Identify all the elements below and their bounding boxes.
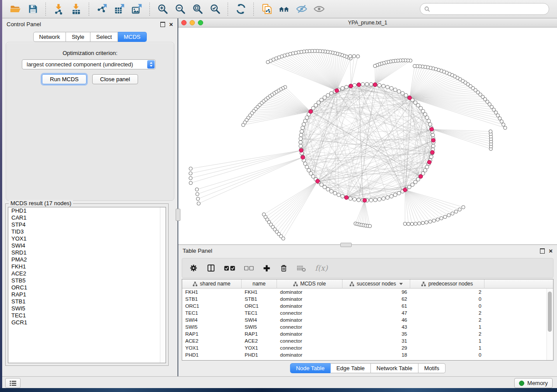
tab-network[interactable]: Network [33, 32, 66, 42]
criterion-dropdown[interactable]: largest connected component (undirected) [22, 59, 156, 69]
column-header-mcds-role[interactable]: MCDS role [277, 279, 343, 289]
table-scrollbar[interactable] [547, 289, 553, 360]
mcds-result-item[interactable]: CAR1 [8, 214, 166, 221]
save-session-button[interactable] [25, 2, 40, 17]
vertical-splitter-handle[interactable] [176, 209, 180, 221]
mcds-result-item[interactable]: FKH1 [8, 263, 166, 270]
mcds-result-item[interactable]: SRD1 [8, 249, 166, 256]
column-header-shared-name[interactable]: shared name [182, 279, 242, 289]
zoom-selected-button[interactable] [208, 2, 222, 17]
mcds-result-item[interactable]: SWI5 [8, 305, 166, 312]
table-row[interactable]: TEC1TEC1connector472 [182, 309, 547, 316]
plus-icon [263, 264, 271, 272]
mcds-result-item[interactable]: YOX1 [8, 235, 166, 242]
zoom-in-button[interactable] [155, 2, 170, 17]
table-cell [484, 316, 547, 323]
select-all-columns-button[interactable] [224, 265, 235, 272]
show-neighbors-button[interactable] [277, 2, 291, 17]
refresh-button[interactable] [233, 2, 248, 17]
table-row[interactable]: STB1STB1dominator620 [182, 296, 547, 303]
list-scrollbar-track[interactable] [160, 207, 166, 363]
close-panel-button[interactable]: Close panel [92, 74, 138, 84]
open-session-button[interactable] [8, 2, 23, 17]
mcds-result-item[interactable]: PMA2 [8, 256, 166, 263]
table-cell: YOX1 [182, 344, 242, 351]
table-settings-button[interactable] [189, 264, 198, 272]
zoom-fit-button[interactable] [190, 2, 205, 17]
tab-select[interactable]: Select [90, 32, 118, 42]
export-image-button[interactable] [129, 2, 144, 17]
close-panel-icon[interactable]: × [169, 22, 173, 27]
float-panel-icon[interactable] [160, 22, 165, 27]
tab-network-table[interactable]: Network Table [371, 363, 419, 373]
column-header-predecessor-nodes[interactable]: predecessor nodes [410, 279, 484, 289]
table-cell: ACE2 [242, 337, 277, 344]
mcds-result-item[interactable]: STP4 [8, 221, 166, 228]
table-row[interactable]: PHD1PHD1dominator180 [182, 351, 547, 358]
tab-mcds[interactable]: MCDS [118, 32, 146, 42]
table-row[interactable]: SWI4SWI4dominator462 [182, 316, 547, 323]
mcds-result-item[interactable]: TID3 [8, 228, 166, 235]
zoom-out-button[interactable] [173, 2, 187, 17]
mcds-result-item[interactable]: SWI4 [8, 242, 166, 249]
mcds-result-item[interactable]: PHD1 [8, 207, 166, 214]
split-columns-icon [207, 264, 215, 272]
mcds-result-item[interactable]: TEC1 [8, 312, 166, 319]
tab-edge-table[interactable]: Edge Table [331, 363, 371, 373]
table-row[interactable]: FKH1FKH1dominator962 [182, 289, 547, 296]
table-row[interactable]: SWI5SWI5connector431 [182, 323, 547, 330]
table-cell: 31 [343, 337, 410, 344]
hide-selected-button[interactable] [294, 2, 309, 17]
export-network-button[interactable] [94, 2, 109, 17]
mcds-result-item[interactable]: RAP1 [8, 291, 166, 298]
table-cell: YOX1 [242, 344, 277, 351]
table-cell: 47 [343, 309, 410, 316]
import-table-button[interactable] [69, 2, 83, 17]
network-window-titlebar[interactable]: YPA_prune.txt_1 [178, 18, 557, 28]
function-builder-button[interactable]: f(x) [315, 264, 328, 272]
tab-motifs[interactable]: Motifs [419, 363, 446, 373]
table-scrollbar-thumb[interactable] [548, 292, 552, 332]
delete-column-button[interactable] [280, 264, 288, 272]
close-panel-icon[interactable]: × [549, 249, 553, 253]
export-table-button[interactable] [112, 2, 127, 17]
mcds-result-item[interactable]: ORC1 [8, 284, 166, 291]
network-canvas[interactable] [178, 28, 557, 244]
table-cell: 96 [343, 289, 410, 296]
memory-button[interactable]: Memory [514, 378, 553, 388]
delete-table-button[interactable] [297, 264, 306, 272]
search-box[interactable] [420, 3, 549, 15]
table-row[interactable]: ORC1ORC1dominator610 [182, 303, 547, 309]
table-row[interactable]: YOX1YOX1connector291 [182, 344, 547, 351]
run-mcds-button[interactable]: Run MCDS [42, 74, 86, 84]
float-panel-icon[interactable] [540, 248, 545, 254]
zoom-fit-icon [192, 3, 204, 15]
mcds-result-list[interactable]: PHD1CAR1STP4TID3YOX1SWI4SRD1PMA2FKH1ACE2… [8, 207, 166, 363]
toolbar-separator [89, 3, 89, 16]
show-column-panel-button[interactable] [207, 264, 215, 272]
import-network-button[interactable] [51, 2, 66, 17]
clone-network-button[interactable] [259, 2, 274, 17]
column-header-successor-nodes[interactable]: successor nodes [343, 279, 410, 289]
table-cell: SWI4 [182, 316, 242, 323]
tab-style[interactable]: Style [66, 32, 90, 42]
table-cell: PHD1 [182, 351, 242, 358]
table-row[interactable]: RAP1RAP1dominator352 [182, 330, 547, 337]
deselect-all-columns-button[interactable] [244, 265, 254, 271]
search-input[interactable] [433, 6, 545, 13]
show-all-button[interactable] [311, 2, 326, 17]
table-cell: dominator [277, 351, 343, 358]
mcds-result-item[interactable]: STB1 [8, 298, 166, 305]
mcds-result-item[interactable]: ACE2 [8, 270, 166, 277]
task-history-button[interactable] [5, 378, 21, 388]
memory-status-icon [519, 381, 524, 386]
horizontal-splitter-handle[interactable] [340, 243, 352, 247]
mcds-result-item[interactable]: GCR1 [8, 319, 166, 326]
create-column-button[interactable] [263, 264, 271, 272]
toolbar-separator [253, 3, 254, 16]
mcds-result-item[interactable]: STB5 [8, 277, 166, 284]
column-header-name[interactable]: name [242, 279, 277, 289]
tab-node-table[interactable]: Node Table [290, 363, 331, 373]
unchecked-boxes-icon [244, 265, 254, 271]
table-row[interactable]: ACE2ACE2connector311 [182, 337, 547, 344]
